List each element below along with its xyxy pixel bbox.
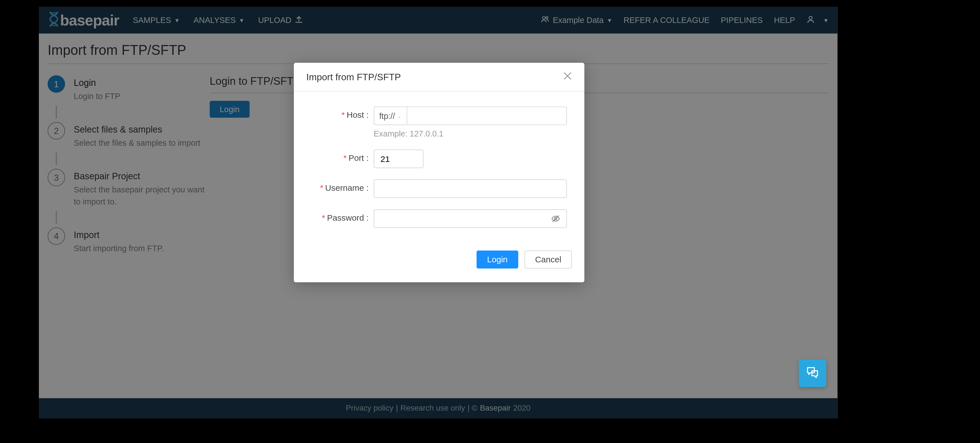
cancel-button[interactable]: Cancel xyxy=(524,250,572,269)
host-input[interactable] xyxy=(407,107,567,125)
host-label: Host xyxy=(347,110,364,120)
import-modal: Import from FTP/SFTP *Host : ftp:// ⌄ Ex… xyxy=(294,63,584,282)
password-label: Password xyxy=(327,213,364,222)
port-input[interactable] xyxy=(374,149,423,168)
host-help: Example: 127.0.0.1 xyxy=(374,129,567,138)
eye-invisible-icon[interactable] xyxy=(551,214,561,225)
protocol-select[interactable]: ftp:// ⌄ xyxy=(374,107,407,125)
login-button[interactable]: Login xyxy=(477,250,518,269)
port-label: Port xyxy=(348,153,364,163)
username-label: Username xyxy=(325,183,364,193)
close-icon[interactable] xyxy=(563,72,572,82)
chevron-down-icon: ⌄ xyxy=(398,113,402,119)
modal-title: Import from FTP/SFTP xyxy=(306,72,401,82)
username-input[interactable] xyxy=(374,179,567,198)
chat-icon xyxy=(806,365,819,382)
chat-widget[interactable] xyxy=(799,360,826,387)
password-input[interactable] xyxy=(374,209,567,228)
